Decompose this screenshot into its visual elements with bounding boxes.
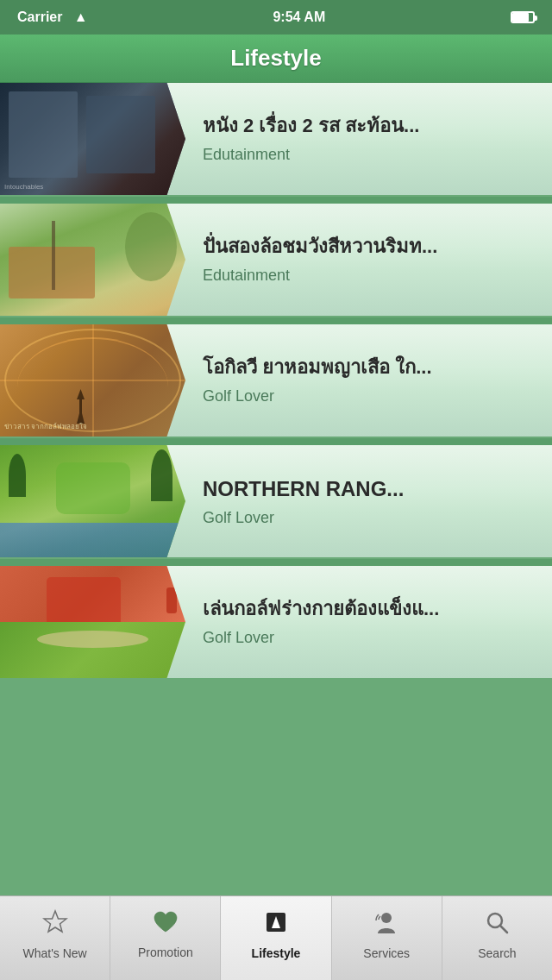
tab-lifestyle-label: Lifestyle <box>252 946 301 960</box>
thumbnail-3: ข่าวสาร จากกอล์ฟพลอยใจ <box>0 324 185 437</box>
battery-indicator <box>511 11 535 23</box>
list-item[interactable]: NORTHERN RANG... Golf Lover <box>0 445 552 557</box>
tab-search[interactable]: Search <box>442 896 552 980</box>
heart-icon <box>153 910 179 940</box>
tab-search-label: Search <box>478 946 516 960</box>
tab-promotion-label: Promotion <box>138 945 193 959</box>
item-category: Edutainment <box>203 146 535 164</box>
tab-whats-new[interactable]: What's New <box>0 896 110 980</box>
carrier-label: Carrier ▲ <box>17 9 88 25</box>
item-title: โอกิลวี ยาหอมพญาเสือ ใก... <box>203 355 535 380</box>
thumbnail-4 <box>0 445 185 557</box>
item-category: Golf Lover <box>203 509 535 527</box>
tab-promotion[interactable]: Promotion <box>110 896 221 980</box>
person-icon <box>373 909 399 941</box>
thumbnail-2 <box>0 204 185 316</box>
item-content-4: NORTHERN RANG... Golf Lover <box>185 475 552 527</box>
status-bar: Carrier ▲ 9:54 AM <box>0 0 552 35</box>
item-content-2: ปั่นสองล้อชมวังสีหวานริมท... Edutainment <box>185 235 552 285</box>
item-title: NORTHERN RANG... <box>203 475 535 502</box>
svg-line-5 <box>500 926 507 933</box>
list-item[interactable]: Intouchables หนัง 2 เรื่อง 2 รส สะท้อน..… <box>0 83 552 195</box>
item-category: Golf Lover <box>203 387 535 405</box>
time-display: 9:54 AM <box>273 9 325 25</box>
tab-bar: What's New Promotion Lifestyle <box>0 895 552 980</box>
tab-services-label: Services <box>363 946 410 960</box>
item-category: Edutainment <box>203 267 535 285</box>
divider <box>0 438 552 445</box>
item-content-5: เล่นกอล์ฟร่างกายต้องแข็งแ... Golf Lover <box>185 597 552 647</box>
content-list: Intouchables หนัง 2 เรื่อง 2 รส สะท้อน..… <box>0 83 552 895</box>
thumbnail-5 <box>0 566 185 678</box>
tab-whats-new-label: What's New <box>22 946 86 960</box>
divider <box>0 559 552 566</box>
svg-point-3 <box>381 913 392 923</box>
lifestyle-icon <box>263 909 289 941</box>
item-title: ปั่นสองล้อชมวังสีหวานริมท... <box>203 235 535 260</box>
item-title: เล่นกอล์ฟร่างกายต้องแข็งแ... <box>203 597 535 622</box>
thumbnail-1: Intouchables <box>0 83 185 195</box>
item-title: หนัง 2 เรื่อง 2 รส สะท้อน... <box>203 114 535 139</box>
page-title: Lifestyle <box>230 45 322 72</box>
list-item[interactable]: ข่าวสาร จากกอล์ฟพลอยใจ โอกิลวี ยาหอมพญาเ… <box>0 324 552 437</box>
svg-marker-0 <box>44 911 66 932</box>
item-category: Golf Lover <box>203 629 535 647</box>
divider <box>0 197 552 204</box>
item-content-3: โอกิลวี ยาหอมพญาเสือ ใก... Golf Lover <box>185 355 552 405</box>
star-icon <box>42 909 68 941</box>
tab-lifestyle[interactable]: Lifestyle <box>221 896 331 980</box>
list-item[interactable]: ปั่นสองล้อชมวังสีหวานริมท... Edutainment <box>0 204 552 316</box>
tab-services[interactable]: Services <box>332 896 442 980</box>
header: Lifestyle <box>0 35 552 83</box>
divider <box>0 317 552 324</box>
search-icon <box>484 909 510 941</box>
item-content-1: หนัง 2 เรื่อง 2 รส สะท้อน... Edutainment <box>185 114 552 164</box>
list-item[interactable]: เล่นกอล์ฟร่างกายต้องแข็งแ... Golf Lover <box>0 566 552 678</box>
wifi-icon: ▲ <box>74 9 88 24</box>
